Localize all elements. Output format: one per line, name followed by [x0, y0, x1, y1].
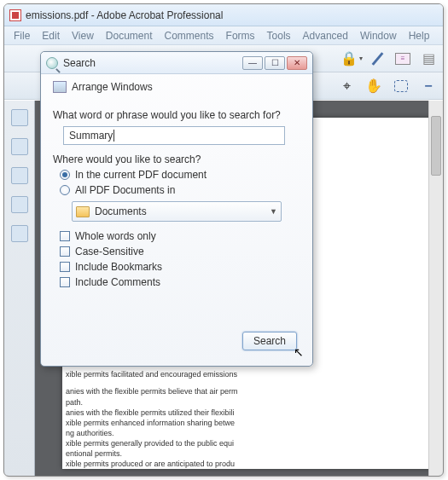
- dialog-titlebar[interactable]: Search — ☐ ✕: [41, 52, 312, 74]
- search-button-label: Search: [253, 335, 286, 347]
- check-case-sensitive-label: Case-Sensitive: [75, 246, 144, 257]
- check-case-sensitive[interactable]: [60, 246, 70, 257]
- menu-edit[interactable]: Edit: [42, 30, 60, 42]
- pdf-icon: [9, 9, 21, 21]
- check-whole-words-label: Whole words only: [75, 230, 156, 242]
- body-line: entional permits.: [66, 448, 433, 459]
- body-line: xible permits produced or are anticipate…: [66, 459, 433, 469]
- scope-prompt: Where would you like to search?: [53, 153, 300, 165]
- forms-button[interactable]: ≡: [393, 49, 412, 68]
- menu-window[interactable]: Window: [360, 30, 397, 42]
- folder-icon: [76, 206, 90, 217]
- location-combo-value: Documents: [95, 205, 265, 217]
- search-icon: [46, 57, 58, 69]
- body-line: ng authorities.: [66, 428, 433, 438]
- radio-current-document[interactable]: [60, 170, 70, 180]
- nav-panel: [4, 101, 35, 476]
- window-title: emissions.pdf - Adobe Acrobat Profession…: [26, 9, 223, 21]
- vertical-scrollbar[interactable]: [428, 101, 443, 476]
- search-dialog: Search — ☐ ✕ Arrange Windows What word o…: [40, 51, 313, 367]
- close-button[interactable]: ✕: [287, 56, 307, 70]
- menu-view[interactable]: View: [72, 30, 94, 42]
- comments-panel-icon[interactable]: [11, 225, 28, 242]
- search-input-value: Summary: [69, 130, 114, 142]
- location-combo[interactable]: Documents ▼: [72, 201, 282, 222]
- sign-button[interactable]: [368, 49, 387, 68]
- maximize-button[interactable]: ☐: [265, 56, 285, 70]
- body-line: xible permits facilitated and encouraged…: [66, 369, 433, 379]
- radio-all-label: All PDF Documents in: [75, 184, 175, 196]
- arrange-windows-link[interactable]: Arrange Windows: [72, 81, 153, 93]
- zoom-out-icon[interactable]: −: [419, 77, 438, 95]
- body-line: xible permits enhanced information shari…: [66, 418, 433, 428]
- scrollbar-thumb[interactable]: [431, 116, 441, 176]
- more-tools-icon[interactable]: ▤: [419, 49, 438, 68]
- menubar: File Edit View Document Comments Forms T…: [4, 26, 443, 45]
- check-whole-words[interactable]: [60, 231, 70, 241]
- search-input[interactable]: Summary: [63, 126, 285, 145]
- radio-current-label: In the current PDF document: [75, 169, 207, 181]
- hand-tool-icon[interactable]: ✋: [364, 77, 383, 95]
- bookmarks-panel-icon[interactable]: [11, 138, 28, 155]
- check-include-comments[interactable]: [60, 277, 70, 287]
- marquee-zoom-icon[interactable]: [392, 77, 410, 95]
- check-include-comments-label: Include Comments: [75, 276, 160, 288]
- titlebar: emissions.pdf - Adobe Acrobat Profession…: [4, 4, 443, 26]
- check-include-bookmarks[interactable]: [60, 262, 70, 272]
- radio-all-documents[interactable]: [60, 185, 70, 195]
- menu-advanced[interactable]: Advanced: [303, 30, 348, 42]
- attachments-panel-icon[interactable]: [11, 196, 28, 213]
- secure-button[interactable]: 🔒▾: [342, 49, 361, 68]
- menu-file[interactable]: File: [14, 30, 30, 42]
- search-button[interactable]: Search: [242, 332, 297, 350]
- arrange-windows-icon: [53, 81, 67, 93]
- body-line: xible permits generally provided to the …: [66, 438, 433, 448]
- pages-panel-icon[interactable]: [11, 109, 28, 126]
- body-line: anies with the flexible permits utilized…: [66, 408, 433, 418]
- body-line: path.: [66, 397, 433, 408]
- minimize-button[interactable]: —: [242, 56, 263, 70]
- body-line: anies with the flexible permits believe …: [66, 386, 433, 396]
- chevron-down-icon: ▼: [270, 207, 277, 216]
- menu-document[interactable]: Document: [106, 30, 153, 42]
- select-tool-icon[interactable]: ⌖: [337, 77, 356, 95]
- check-include-bookmarks-label: Include Bookmarks: [75, 261, 162, 273]
- menu-help[interactable]: Help: [409, 30, 430, 42]
- menu-forms[interactable]: Forms: [226, 30, 255, 42]
- dialog-title: Search: [63, 57, 242, 69]
- menu-comments[interactable]: Comments: [165, 30, 214, 42]
- body-line: [66, 379, 433, 386]
- search-prompt: What word or phrase would you like to se…: [53, 109, 300, 121]
- menu-tools[interactable]: Tools: [267, 30, 291, 42]
- signatures-panel-icon[interactable]: [11, 167, 28, 184]
